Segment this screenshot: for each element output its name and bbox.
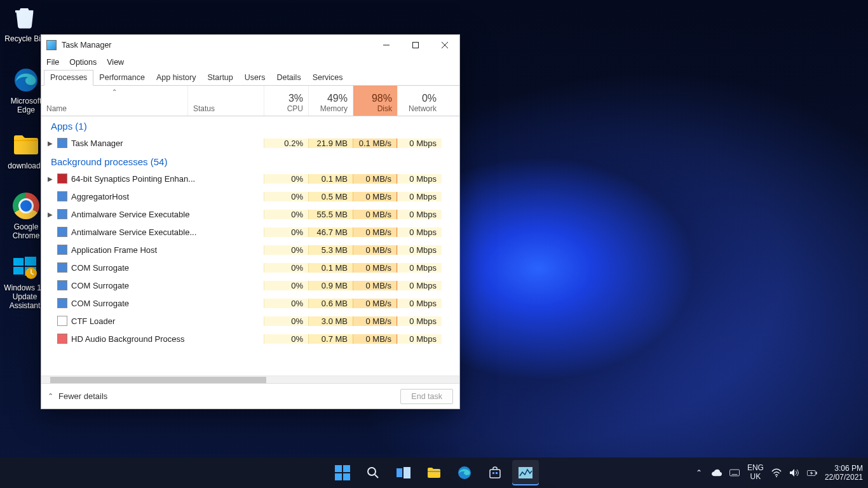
group-apps-label: Apps (1) [47, 116, 91, 135]
onedrive-icon[interactable] [712, 468, 722, 478]
tab-details[interactable]: Details [271, 71, 306, 85]
svg-rect-24 [816, 471, 817, 474]
group-row-background: Background processes (54) [41, 152, 459, 170]
tabbar: Processes Performance App history Startu… [41, 69, 459, 86]
system-tray: ⌃ ENGUK 3:06 PM22/07/2021 [694, 464, 863, 482]
tab-startup[interactable]: Startup [201, 71, 238, 85]
svg-line-11 [375, 475, 378, 478]
scrollbar-thumb[interactable] [50, 377, 266, 383]
footer: ⌃ Fewer details End task [41, 383, 459, 409]
header-disk[interactable]: 98%Disk [353, 86, 397, 116]
header-network[interactable]: 0%Network [397, 86, 442, 116]
fewer-details-button[interactable]: Fewer details [58, 391, 107, 401]
svg-rect-14 [428, 471, 440, 472]
svg-rect-1 [13, 258, 24, 266]
svg-rect-18 [496, 472, 498, 474]
tray-overflow-button[interactable]: ⌃ [694, 468, 704, 478]
chrome-icon [12, 192, 40, 220]
folder-icon [426, 465, 442, 480]
edge-icon [457, 465, 472, 480]
svg-rect-3 [13, 267, 24, 274]
task-view-button[interactable] [390, 460, 417, 485]
menu-view[interactable]: View [107, 58, 124, 67]
process-row[interactable]: ▶COM Surrogate 0%0.9 MB0 MB/s0 Mbps [41, 276, 459, 294]
taskbar: ⌃ ENGUK 3:06 PM22/07/2021 [0, 458, 868, 488]
header-cpu[interactable]: 3%CPU [264, 86, 308, 116]
volume-icon[interactable] [789, 468, 799, 478]
start-button[interactable] [329, 460, 356, 485]
svg-point-22 [776, 476, 777, 477]
app-icon [57, 173, 67, 184]
chevron-right-icon[interactable]: ▶ [47, 140, 53, 147]
svg-rect-16 [490, 470, 500, 478]
sort-indicator-icon: ⌃ [112, 88, 117, 95]
process-row[interactable]: ▶Task Manager 0.2% 21.9 MB 0.1 MB/s 0 Mb… [41, 134, 459, 152]
process-row[interactable]: ▶COM Surrogate 0%0.1 MB0 MB/s0 Mbps [41, 259, 459, 276]
search-button[interactable] [360, 460, 386, 485]
tab-users[interactable]: Users [239, 71, 271, 85]
process-row[interactable]: ▶Application Frame Host 0%5.3 MB0 MB/s0 … [41, 241, 459, 259]
svg-point-10 [368, 468, 376, 475]
file-explorer-button[interactable] [421, 460, 447, 485]
battery-icon[interactable] [807, 468, 817, 478]
app-icon [57, 280, 67, 290]
process-row[interactable]: ▶CTF Loader 0%3.0 MB0 MB/s0 Mbps [41, 312, 459, 330]
edge-button[interactable] [451, 460, 478, 485]
task-manager-icon [518, 465, 533, 480]
header-memory[interactable]: 49%Memory [308, 86, 353, 116]
header-name[interactable]: ⌃ Name [41, 86, 187, 116]
task-manager-taskbar-button[interactable] [512, 460, 539, 485]
store-icon [487, 465, 503, 480]
menu-options[interactable]: Options [69, 58, 97, 67]
process-row[interactable]: ▶AggregatorHost 0%0.5 MB0 MB/s0 Mbps [41, 187, 459, 205]
tab-app-history[interactable]: App history [151, 71, 202, 85]
process-row[interactable]: ▶Antimalware Service Executable... 0%46.… [41, 223, 459, 241]
maximize-button[interactable] [401, 35, 430, 55]
process-row[interactable]: ▶64-bit Synaptics Pointing Enhan... 0%0.… [41, 170, 459, 187]
header-status[interactable]: Status [187, 86, 264, 116]
app-icon [57, 262, 67, 273]
tab-processes[interactable]: Processes [44, 70, 93, 86]
app-icon [57, 298, 67, 308]
store-button[interactable] [482, 460, 508, 485]
svg-rect-2 [25, 257, 36, 266]
horizontal-scrollbar[interactable] [41, 376, 459, 383]
app-icon [57, 209, 67, 219]
tab-services[interactable]: Services [307, 71, 349, 85]
group-bg-label: Background processes (54) [47, 151, 171, 171]
search-icon [365, 465, 381, 480]
close-button[interactable] [430, 35, 459, 55]
taskbar-center [329, 460, 539, 485]
task-view-icon [396, 465, 411, 480]
app-icon [57, 138, 67, 148]
tab-performance[interactable]: Performance [93, 71, 151, 85]
process-row[interactable]: ▶HD Audio Background Process 0%0.7 MB0 M… [41, 330, 459, 348]
process-row[interactable]: ▶Antimalware Service Executable 0%55.5 M… [41, 205, 459, 223]
touch-keyboard-icon[interactable] [729, 468, 740, 478]
app-icon [57, 227, 67, 237]
svg-rect-17 [492, 472, 494, 474]
end-task-button[interactable]: End task [400, 389, 453, 404]
wifi-icon[interactable] [771, 468, 782, 478]
speaker-icon [57, 334, 67, 344]
menu-file[interactable]: File [46, 58, 59, 67]
chevron-right-icon[interactable]: ▶ [47, 175, 53, 182]
windows-update-icon [11, 253, 39, 281]
app-icon [57, 191, 67, 201]
clock[interactable]: 3:06 PM22/07/2021 [825, 464, 863, 482]
process-list[interactable]: Apps (1) ▶Task Manager 0.2% 21.9 MB 0.1 … [41, 116, 459, 376]
chevron-up-icon: ⌃ [48, 392, 53, 400]
process-row[interactable]: ▶COM Surrogate 0%0.6 MB0 MB/s0 Mbps [41, 294, 459, 312]
group-row-apps: Apps (1) [41, 116, 459, 134]
app-icon [57, 245, 67, 255]
minimize-button[interactable] [372, 35, 401, 55]
svg-rect-20 [729, 470, 739, 476]
language-indicator[interactable]: ENGUK [747, 464, 764, 482]
chevron-right-icon[interactable]: ▶ [47, 211, 53, 218]
titlebar[interactable]: Task Manager [41, 35, 459, 55]
svg-rect-12 [397, 468, 402, 477]
column-headers: ⌃ Name Status 3%CPU 49%Memory 98%Disk 0%… [41, 86, 459, 116]
task-manager-window: Task Manager File Options View Processes… [41, 34, 460, 409]
edge-icon [12, 66, 40, 94]
recycle-bin-icon [11, 4, 39, 32]
